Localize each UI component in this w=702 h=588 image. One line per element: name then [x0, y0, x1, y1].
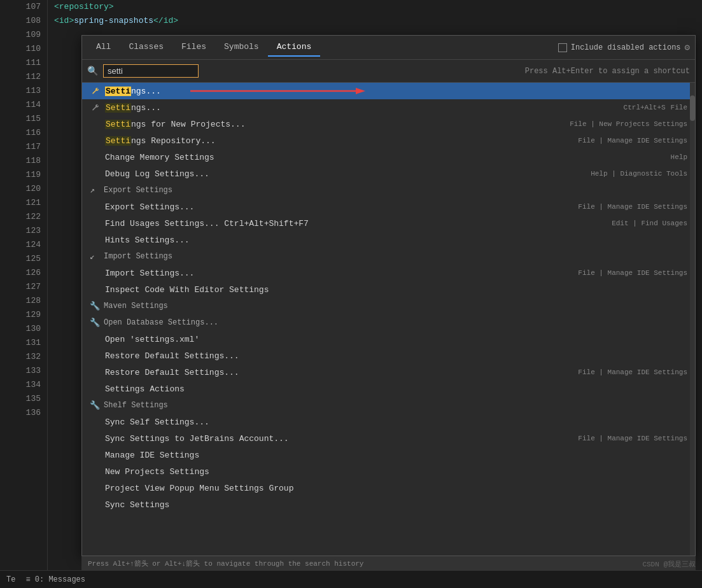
result-settings-shortcut[interactable]: Settings... Ctrl+Alt+S File [82, 99, 695, 116]
search-row: 🔍 Press Alt+Enter to assign a shortcut [82, 60, 695, 83]
result-project-view-label: Project View Popup Menu Settings Group [105, 484, 687, 493]
item-icon-empty-3 [90, 151, 101, 163]
tab-files[interactable]: Files [172, 38, 215, 57]
search-icon: 🔍 [87, 66, 98, 76]
tab-symbols[interactable]: Symbols [215, 38, 268, 57]
result-sync-settings[interactable]: Sync Settings [82, 496, 695, 513]
result-find-usages-label: Find Usages Settings... Ctrl+Alt+Shift+F… [105, 219, 612, 228]
watermark: CSDN @我是三叔 [642, 559, 696, 569]
item-icon-empty-17 [90, 466, 101, 477]
section-export-settings: ↗ Export Settings [82, 182, 695, 199]
item-icon-empty-14 [90, 416, 101, 428]
result-repository[interactable]: Settings Repository... File | Manage IDE… [82, 132, 695, 149]
item-icon-empty-5 [90, 201, 101, 213]
result-inspect-code-label: Inspect Code With Editor Settings [105, 285, 687, 295]
tab-classes[interactable]: Classes [120, 38, 172, 57]
result-open-xml-label: Open 'settings.xml' [105, 335, 687, 344]
tab-actions[interactable]: Actions [268, 38, 321, 57]
item-icon-empty-6 [90, 218, 101, 229]
item-icon-empty-16 [90, 449, 101, 461]
section-export-label: Export Settings [104, 186, 172, 195]
result-export[interactable]: Export Settings... File | Manage IDE Set… [82, 199, 695, 215]
section-db: 🔧 Open Database Settings... [82, 314, 695, 331]
wrench-maven-icon: 🔧 [90, 301, 100, 311]
scroll-thumb[interactable] [690, 95, 695, 121]
result-restore-1-label: Restore Default Settings... [105, 351, 687, 361]
result-find-usages[interactable]: Find Usages Settings... Ctrl+Alt+Shift+F… [82, 215, 695, 232]
wrench-db-icon: 🔧 [90, 318, 100, 328]
gear-icon[interactable]: ⚙ [685, 42, 690, 53]
result-new-projects[interactable]: Settings for New Projects... File | New … [82, 116, 695, 132]
section-db-label: Open Database Settings... [104, 318, 218, 327]
result-restore-1[interactable]: Restore Default Settings... [82, 347, 695, 364]
result-settings-shortcut-key: Ctrl+Alt+S [624, 104, 666, 111]
section-maven: 🔧 Maven Settings [82, 298, 695, 314]
result-export-label: Export Settings... [105, 202, 578, 212]
result-settings-actions[interactable]: Settings Actions [82, 381, 695, 397]
wrench-shelf-icon: 🔧 [90, 400, 100, 410]
result-new-projects-label: Settings for New Projects... [105, 120, 570, 129]
export-icon: ↗ [90, 185, 100, 195]
results-area[interactable]: Settings... Settings... Ctrl+Alt+S File [82, 83, 695, 556]
result-sync-jb[interactable]: Sync Settings to JetBrains Account... Fi… [82, 430, 695, 447]
item-icon-empty-18 [90, 482, 101, 494]
line-numbers: 107 108 109 110 111 112 113 114 115 116 … [0, 0, 48, 588]
include-disabled-container: Include disabled actions ⚙ [558, 42, 690, 53]
result-restore-2-path: File | Manage IDE Settings [578, 368, 687, 376]
status-tabs: Te ≡ 0: Messages [6, 575, 85, 584]
result-settings-selected[interactable]: Settings... [82, 83, 695, 99]
wrench-icon-2 [90, 102, 101, 113]
result-new-projects-settings[interactable]: New Projects Settings [82, 463, 695, 480]
result-sync-self[interactable]: Sync Self Settings... [82, 414, 695, 430]
result-hints[interactable]: Hints Settings... [82, 232, 695, 248]
scrollbar[interactable] [690, 83, 695, 556]
item-icon-empty-4 [90, 168, 101, 179]
wrench-icon-selected [90, 85, 101, 97]
status-tab-te[interactable]: Te [6, 575, 15, 584]
include-disabled-label: Include disabled actions [571, 43, 681, 52]
section-shelf-label: Shelf Settings [104, 401, 168, 410]
item-icon-empty-7 [90, 234, 101, 246]
item-icon-empty-13 [90, 383, 101, 395]
item-icon-empty-19 [90, 499, 101, 510]
result-restore-2[interactable]: Restore Default Settings... File | Manag… [82, 364, 695, 381]
result-debug-log-path: Help | Diagnostic Tools [591, 170, 687, 178]
result-debug-log-label: Debug Log Settings... [105, 169, 591, 179]
status-tab-messages[interactable]: ≡ 0: Messages [25, 575, 85, 584]
include-disabled-checkbox[interactable] [558, 43, 567, 52]
result-inspect-code[interactable]: Inspect Code With Editor Settings [82, 281, 695, 298]
result-export-path: File | Manage IDE Settings [578, 203, 687, 211]
result-import[interactable]: Import Settings... File | Manage IDE Set… [82, 265, 695, 281]
result-settings-shortcut-label: Settings... [105, 103, 624, 113]
svg-marker-1 [356, 88, 365, 94]
search-input[interactable] [103, 64, 199, 78]
result-repository-path: File | Manage IDE Settings [578, 137, 687, 144]
red-arrow [184, 85, 375, 97]
result-import-label: Import Settings... [105, 269, 578, 278]
result-memory-label: Change Memory Settings [105, 153, 671, 162]
item-icon-empty-2 [90, 135, 101, 146]
tab-all[interactable]: All [87, 38, 120, 57]
result-open-xml[interactable]: Open 'settings.xml' [82, 331, 695, 347]
shortcut-hint: Press Alt+Enter to assign a shortcut [525, 67, 690, 76]
result-new-projects-path: File | New Projects Settings [570, 120, 687, 128]
result-hints-label: Hints Settings... [105, 235, 687, 245]
tabs-row: All Classes Files Symbols Actions Includ… [82, 36, 695, 60]
result-memory-path: Help [671, 153, 687, 161]
result-manage-ide[interactable]: Manage IDE Settings [82, 447, 695, 463]
section-import-label: Import Settings [104, 252, 172, 261]
result-sync-self-label: Sync Self Settings... [105, 417, 687, 427]
result-project-view[interactable]: Project View Popup Menu Settings Group [82, 480, 695, 496]
result-settings-shortcut-path: File [671, 104, 687, 111]
result-repository-label: Settings Repository... [105, 136, 578, 146]
result-sync-jb-label: Sync Settings to JetBrains Account... [105, 434, 578, 444]
result-debug-log[interactable]: Debug Log Settings... Help | Diagnostic … [82, 165, 695, 182]
nav-hint-text: Press Alt+↑箭头 or Alt+↓箭头 to navigate thr… [88, 559, 363, 568]
section-shelf: 🔧 Shelf Settings [82, 397, 695, 414]
status-bar: Te ≡ 0: Messages [0, 570, 702, 588]
result-memory[interactable]: Change Memory Settings Help [82, 149, 695, 165]
item-icon-empty-10 [90, 333, 101, 345]
item-icon-empty-9 [90, 284, 101, 295]
result-new-projects-settings-label: New Projects Settings [105, 467, 687, 477]
section-import-settings: ↙ Import Settings [82, 248, 695, 265]
